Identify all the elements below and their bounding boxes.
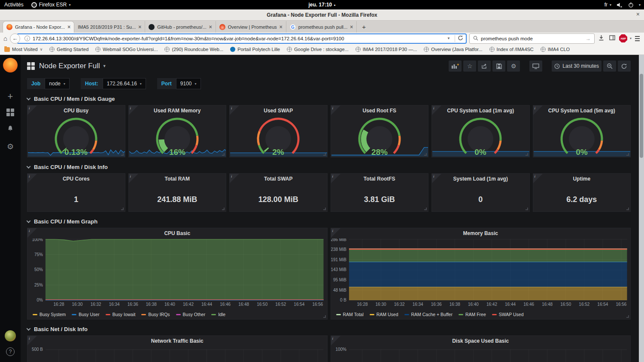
panel-resize-handle[interactable] <box>323 208 326 210</box>
legend-item[interactable]: Idle <box>211 312 225 317</box>
add-icon[interactable]: + <box>8 93 13 100</box>
legend-item[interactable]: Busy Iowait <box>106 312 136 317</box>
panel-info-icon[interactable]: i <box>432 174 441 183</box>
panel-resize-handle[interactable] <box>526 153 528 156</box>
panel-title[interactable]: Uptime <box>542 176 622 182</box>
panel-resize-handle[interactable] <box>626 153 629 156</box>
search-input[interactable] <box>481 36 583 41</box>
panel-info-icon[interactable]: i <box>129 174 138 183</box>
panel-title[interactable]: Used SWAP <box>238 108 319 114</box>
panel-title[interactable]: Total RAM <box>137 176 218 182</box>
legend-item[interactable]: Busy IRQs <box>141 312 170 317</box>
adblock-plus-icon[interactable]: ABP <box>619 34 627 42</box>
variable-value-dropdown[interactable]: 9100▾ <box>176 78 201 89</box>
bookmark-item[interactable]: Most Visited∨ <box>4 47 43 52</box>
bookmark-item[interactable]: IMA4 CLO <box>541 47 570 52</box>
tab-close-icon[interactable]: × <box>138 24 141 30</box>
dashboards-icon[interactable] <box>6 109 14 116</box>
panel-title[interactable]: Used Root FS <box>340 108 420 114</box>
url-dropdown-icon[interactable]: ▼ <box>445 36 452 40</box>
tab-close-icon[interactable]: × <box>279 24 283 30</box>
share-button[interactable] <box>478 60 491 72</box>
cycle-view-monitor-icon[interactable] <box>529 60 542 72</box>
download-icon[interactable] <box>597 35 605 42</box>
panel-resize-handle[interactable] <box>222 208 225 210</box>
dashboard-grid-icon[interactable] <box>27 62 35 70</box>
chevron-down-icon[interactable]: ▾ <box>630 36 632 40</box>
panel-title[interactable]: CPU Cores <box>36 176 116 182</box>
zoom-out-icon[interactable] <box>603 60 616 72</box>
time-range-picker[interactable]: Last 30 minutes <box>552 60 601 72</box>
page-scrollbar[interactable] <box>639 55 644 362</box>
panel-resize-handle[interactable] <box>323 153 326 156</box>
home-icon[interactable]: ⌂ <box>3 35 7 42</box>
browser-tab[interactable]: GitHub - prometheus/...× <box>145 21 216 33</box>
panel-info-icon[interactable]: i <box>533 106 543 115</box>
keyboard-layout-indicator[interactable]: fr▾ <box>605 2 611 8</box>
url-bar[interactable]: i ▼ <box>17 33 467 44</box>
scrollbar-thumb[interactable] <box>640 74 643 158</box>
panel-info-icon[interactable]: i <box>27 336 37 345</box>
tab-close-icon[interactable]: × <box>350 24 353 30</box>
panel-title[interactable]: Memory Basic <box>340 230 622 236</box>
add-panel-button[interactable]: + <box>449 60 462 72</box>
panel-info-icon[interactable]: i <box>331 336 340 345</box>
sidebar-toggle-icon[interactable] <box>608 35 617 42</box>
settings-gear-icon[interactable]: ⚙ <box>507 60 520 72</box>
bookmark-item[interactable]: Portail Polytech Lille <box>230 47 280 52</box>
configuration-gear-icon[interactable]: ⚙ <box>7 143 14 151</box>
panel-title[interactable]: Disk Space Used Basic <box>340 338 622 344</box>
url-input[interactable] <box>33 36 443 41</box>
bookmark-item[interactable]: IMA4 2017/2018 P30 —... <box>355 47 417 52</box>
panel-resize-handle[interactable] <box>121 208 124 210</box>
bookmark-item[interactable]: Webmail SOGo Universi... <box>95 47 158 52</box>
panel-info-icon[interactable]: i <box>331 174 340 183</box>
bookmark-item[interactable]: Google Drive : stockage... <box>287 47 349 52</box>
variable-value-dropdown[interactable]: node▾ <box>45 78 70 89</box>
panel-resize-handle[interactable] <box>424 208 427 210</box>
clock[interactable]: jeu. 17:10● <box>0 2 644 8</box>
section-basic-gauge[interactable]: Basic CPU / Mem / Disk Gauge <box>27 95 631 103</box>
panel-info-icon[interactable]: i <box>230 174 239 183</box>
panel-resize-handle[interactable] <box>626 208 629 210</box>
star-button[interactable]: ☆ <box>463 60 476 72</box>
panel-title[interactable]: Used RAM Memory <box>137 108 218 114</box>
legend-item[interactable]: RAM Cache + Buffer <box>404 312 453 317</box>
bookmark-item[interactable]: (290) Roundcube Web... <box>164 47 223 52</box>
panel-info-icon[interactable]: i <box>533 174 543 183</box>
panel-title[interactable]: CPU System Load (5m avg) <box>542 108 622 114</box>
legend-item[interactable]: SWAP Used <box>492 312 524 317</box>
browser-tab[interactable]: Grafana - Node Expor...× <box>3 21 74 33</box>
refresh-icon[interactable] <box>618 60 631 72</box>
alerting-bell-icon[interactable] <box>6 125 14 134</box>
grafana-logo[interactable] <box>3 58 18 72</box>
panel-resize-handle[interactable] <box>526 208 528 210</box>
legend-item[interactable]: RAM Free <box>459 312 486 317</box>
tab-close-icon[interactable]: × <box>209 24 212 30</box>
panel-info-icon[interactable]: i <box>27 228 37 238</box>
panel-info-icon[interactable]: i <box>27 174 37 183</box>
reload-icon[interactable] <box>458 35 466 42</box>
bookmark-item[interactable]: Getting Started <box>49 47 88 52</box>
panel-info-icon[interactable]: i <box>331 228 340 238</box>
save-button[interactable] <box>492 60 505 72</box>
panel-title[interactable]: CPU System Load (1m avg) <box>440 108 521 114</box>
bookmark-item[interactable]: Overview (Java Platfor... <box>424 47 482 52</box>
panel-title[interactable]: Network Traffic Basic <box>36 338 319 344</box>
panel-title[interactable]: Total SWAP <box>238 176 319 182</box>
panel-info-icon[interactable]: i <box>432 106 441 115</box>
browser-tab[interactable]: Gprometheus push pull...× <box>286 21 357 33</box>
avatar[interactable] <box>5 330 16 341</box>
legend-item[interactable]: Busy System <box>33 312 66 317</box>
power-icon[interactable] <box>628 2 634 8</box>
legend-item[interactable]: Busy Other <box>176 312 206 317</box>
search-bar[interactable]: → <box>469 33 595 44</box>
section-basic-info[interactable]: Basic CPU / Mem / Disk Info <box>27 163 631 171</box>
panel-title[interactable]: Total RootFS <box>340 176 420 182</box>
panel-resize-handle[interactable] <box>121 153 124 156</box>
chevron-down-icon[interactable]: ▾ <box>639 3 641 7</box>
legend-item[interactable]: RAM Used <box>370 312 398 317</box>
panel-resize-handle[interactable] <box>424 153 427 156</box>
browser-tab[interactable]: IMA5 2018/2019 P31 : Su...× <box>74 21 145 33</box>
panel-info-icon[interactable]: i <box>129 106 138 115</box>
